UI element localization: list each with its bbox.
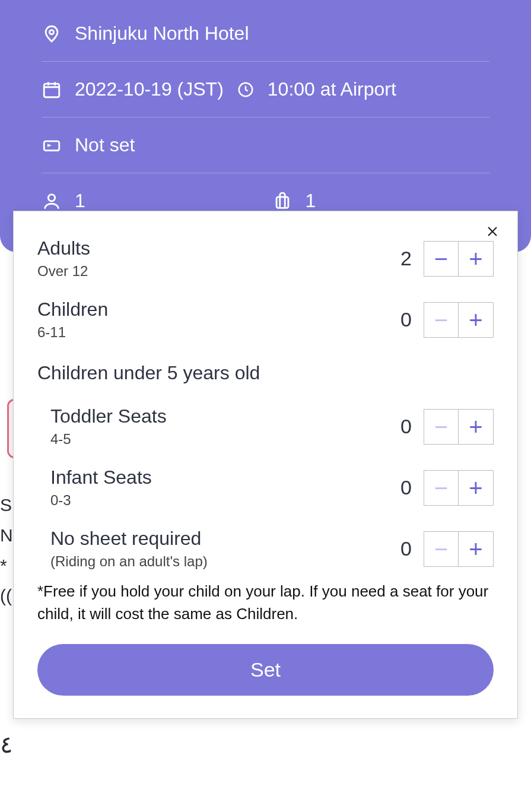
adults-sublabel: Over 12 — [37, 263, 90, 280]
nosheet-label: No sheet required — [50, 528, 208, 550]
person-icon — [42, 191, 62, 211]
nosheet-row: No sheet required (Riding on an adult's … — [37, 513, 494, 575]
svg-rect-1 — [44, 84, 59, 97]
adults-stepper: − + — [424, 241, 494, 277]
clock-icon — [237, 81, 255, 99]
infant-value: 0 — [394, 476, 412, 499]
adults-value: 2 — [394, 247, 412, 270]
nosheet-sublabel: (Riding on an adult's lap) — [50, 553, 208, 570]
adults-label: Adults — [37, 237, 90, 259]
children-stepper: − + — [424, 302, 494, 338]
flight-row[interactable]: Not set — [42, 118, 489, 173]
datetime-row[interactable]: 2022-10-19 (JST) 10:00 at Airport — [42, 62, 489, 118]
adults-plus-button[interactable]: + — [459, 242, 493, 276]
map-pin-icon — [42, 24, 62, 44]
luggage-count: 1 — [306, 190, 316, 212]
ticket-icon — [42, 135, 62, 156]
svg-point-0 — [49, 30, 53, 34]
toddler-row: Toddler Seats 4-5 0 − + — [37, 391, 494, 452]
nosheet-value: 0 — [394, 537, 412, 560]
under5-section-heading: Children under 5 years old — [37, 345, 494, 391]
background-text: (( — [0, 581, 12, 611]
nosheet-stepper: − + — [424, 531, 494, 567]
lap-note: *Free if you hold your child on your lap… — [37, 575, 494, 644]
time-text: 10:00 at Airport — [268, 78, 396, 100]
toddler-sublabel: 4-5 — [50, 431, 167, 448]
svg-point-4 — [48, 194, 55, 201]
close-icon — [486, 225, 499, 238]
children-plus-button[interactable]: + — [459, 303, 493, 337]
nosheet-minus-button[interactable]: − — [424, 532, 459, 566]
toddler-label: Toddler Seats — [50, 405, 167, 427]
infant-plus-button[interactable]: + — [459, 471, 493, 505]
luggage-block: 1 — [272, 190, 490, 212]
adults-row: Adults Over 12 2 − + — [37, 223, 494, 284]
infant-minus-button[interactable]: − — [424, 471, 459, 505]
infant-label: Infant Seats — [50, 467, 152, 489]
svg-rect-5 — [276, 196, 288, 207]
infant-stepper: − + — [424, 470, 494, 506]
infant-sublabel: 0-3 — [50, 492, 152, 509]
children-row: Children 6-11 0 − + — [37, 284, 494, 345]
toddler-value: 0 — [394, 415, 412, 438]
close-button[interactable] — [482, 221, 503, 242]
children-sublabel: 6-11 — [37, 324, 108, 341]
calendar-icon — [42, 80, 62, 100]
location-text: Shinjuku North Hotel — [75, 23, 249, 45]
location-row[interactable]: Shinjuku North Hotel — [42, 6, 489, 62]
children-value: 0 — [394, 308, 412, 331]
persons-block: 1 — [42, 190, 259, 212]
passengers-modal: Adults Over 12 2 − + Children 6-11 0 − +… — [13, 211, 518, 719]
toddler-stepper: − + — [424, 409, 494, 445]
toddler-plus-button[interactable]: + — [459, 410, 493, 444]
background-text: N — [0, 520, 13, 550]
nosheet-plus-button[interactable]: + — [459, 532, 493, 566]
date-text: 2022-10-19 (JST) — [75, 78, 224, 100]
background-text: * — [0, 550, 7, 581]
flight-text: Not set — [75, 134, 135, 156]
luggage-icon — [272, 191, 292, 211]
adults-minus-button[interactable]: − — [424, 242, 459, 276]
children-label: Children — [37, 299, 108, 321]
toddler-minus-button[interactable]: − — [424, 410, 459, 444]
children-minus-button[interactable]: − — [424, 303, 459, 337]
background-text: ٤ — [0, 724, 12, 765]
svg-rect-3 — [44, 141, 59, 150]
background-text: S — [0, 490, 12, 520]
persons-count: 1 — [75, 190, 85, 212]
set-button[interactable]: Set — [37, 644, 494, 696]
infant-row: Infant Seats 0-3 0 − + — [37, 452, 494, 513]
